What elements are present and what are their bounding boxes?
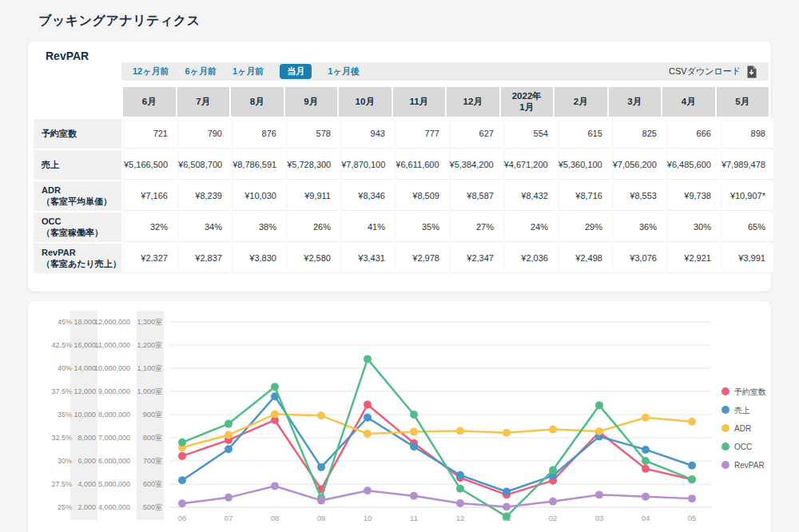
row-label: RevPAR（客室あたり売上） [34,244,121,273]
data-point-売上 [410,443,418,451]
axis-tick-adr: 6,000 [78,457,96,465]
data-point-売上 [317,463,325,471]
table-cell: ¥2,498 [558,244,610,273]
table-row: 予約室数721790876578943777627554615825666898 [34,119,773,149]
data-point-ADR [364,430,372,438]
legend-label: 売上 [734,406,750,415]
row-label-sub: （客室あたり売上） [42,259,121,270]
axis-tick-adr: 12,000 [74,387,96,395]
table-column-header: 11月 [393,87,446,117]
table-cell: ¥7,989,478 [721,150,773,180]
data-point-RevPAR [410,492,418,500]
data-point-ADR [595,427,603,435]
table-cell: 790 [177,119,230,149]
table-column-header: 6月 [123,87,176,117]
revpar-card: RevPAR 12ヶ月前6ヶ月前1ヶ月前当月1ヶ月後 CSVダウンロード 6月7… [28,42,771,292]
axis-tick-adr: 2,000 [78,503,96,511]
axis-tick-adr: 8,000 [78,434,96,442]
data-point-ADR [688,418,696,426]
table-cell: ¥5,166,500 [123,150,176,180]
data-point-ADR [549,426,557,434]
tab-6-months-ago[interactable]: 6ヶ月前 [185,65,217,78]
table-cell: ¥7,166 [123,181,176,211]
table-cell: 65% [721,212,773,242]
data-point-OCC [456,485,464,493]
legend-item-売上[interactable]: 売上 [721,406,750,415]
data-point-RevPAR [317,497,325,505]
axis-tick-pct: 42.5% [51,341,72,349]
csv-download-label: CSVダウンロード [669,66,741,77]
axis-tick-sales: 10,000,000 [94,364,130,372]
row-label-text: 予約室数 [42,129,121,140]
table-cell: 34% [177,212,230,242]
tab-current-month[interactable]: 当月 [280,64,312,79]
data-point-OCC [642,457,650,465]
x-axis-label: 04 [642,514,650,522]
axis-tick-rooms: 1,100室 [137,364,162,372]
tab-1-month-later[interactable]: 1ヶ月後 [328,65,359,78]
table-cell: ¥8,716 [558,181,610,211]
axis-tick-pct: 37.5% [51,387,72,395]
table-row: RevPAR（客室あたり売上）¥2,327¥2,837¥3,830¥2,580¥… [34,244,773,273]
legend-dot [721,387,729,395]
table-cell: ¥5,360,100 [558,150,610,180]
table-cell: ¥2,837 [177,244,230,273]
legend-item-ADR[interactable]: ADR [721,424,751,433]
data-point-ADR [503,429,511,437]
table-cell: ¥8,509 [395,181,447,211]
table-column-header: 4月 [662,87,715,117]
table-cell: 41% [340,212,393,242]
legend-label: RevPAR [734,461,765,470]
legend-item-予約室数[interactable]: 予約室数 [721,387,766,396]
legend-dot [721,406,729,414]
table-column-header: 3月 [609,87,662,117]
data-point-RevPAR [642,493,650,501]
row-label-text: 売上 [42,160,121,171]
table-cell: 554 [503,119,556,149]
table-cell: 825 [612,119,665,149]
table-corner-cell [34,87,121,117]
data-point-売上 [456,471,464,479]
data-point-予約室数 [642,465,650,473]
tab-12-months-ago[interactable]: 12ヶ月前 [133,65,169,78]
table-cell: 27% [449,212,502,242]
table-cell: ¥2,036 [503,244,556,273]
axis-tick-sales: 11,000,000 [95,341,130,349]
series-line-予約室数 [182,405,692,495]
table-cell: 38% [232,212,284,242]
table-cell: 666 [666,119,719,149]
x-axis-label: 07 [225,514,233,522]
data-point-OCC [178,439,186,447]
file-download-icon [745,66,757,78]
axis-tick-sales: 9,000,000 [98,387,130,395]
legend-label: 予約室数 [733,387,766,396]
table-cell: ¥6,611,600 [395,150,447,180]
x-axis-label: 06 [178,514,187,522]
axis-tick-pct: 30% [58,457,72,465]
axis-tick-rooms: 1,000室 [137,387,162,395]
table-cell: ¥8,346 [340,181,393,211]
table-cell: ¥7,870,100 [340,150,393,180]
table-cell: ¥9,911 [286,181,339,211]
axis-tick-pct: 25% [58,503,72,511]
table-cell: 943 [340,119,393,149]
table-cell: ¥5,384,200 [449,150,502,180]
axis-tick-rooms: 500室 [143,503,162,511]
table-cell: ¥6,508,700 [177,150,230,180]
period-toolbar: 12ヶ月前6ヶ月前1ヶ月前当月1ヶ月後 CSVダウンロード [121,62,769,81]
data-point-売上 [178,476,186,484]
legend-item-OCC[interactable]: OCC [721,443,752,451]
table-cell: ¥4,671,200 [503,150,556,180]
csv-download-button[interactable]: CSVダウンロード [664,65,762,79]
table-cell: ¥2,978 [395,244,447,273]
tab-1-month-ago[interactable]: 1ヶ月前 [233,65,264,78]
card-heading: RevPAR [28,42,771,62]
data-point-RevPAR [271,482,279,490]
x-axis-label: 09 [317,514,326,522]
table-cell: ¥8,587 [449,181,502,211]
table-cell: ¥3,830 [232,244,284,273]
table-cell: ¥6,485,600 [666,150,719,180]
legend-item-RevPAR[interactable]: RevPAR [721,461,765,470]
table-row: ADR（客室平均単価）¥7,166¥8,239¥10,030¥9,911¥8,3… [34,181,773,211]
row-label-text: RevPAR [42,248,121,259]
